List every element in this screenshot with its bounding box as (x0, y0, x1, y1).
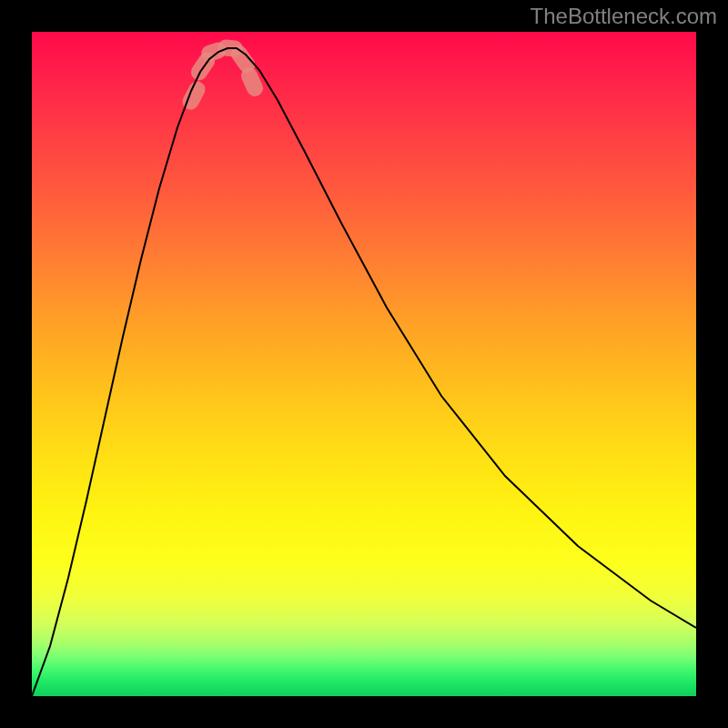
chart-frame: TheBottleneck.com (0, 0, 728, 728)
plot-area (32, 32, 696, 696)
watermark-text: TheBottleneck.com (531, 4, 717, 29)
bottleneck-curve (32, 32, 696, 696)
